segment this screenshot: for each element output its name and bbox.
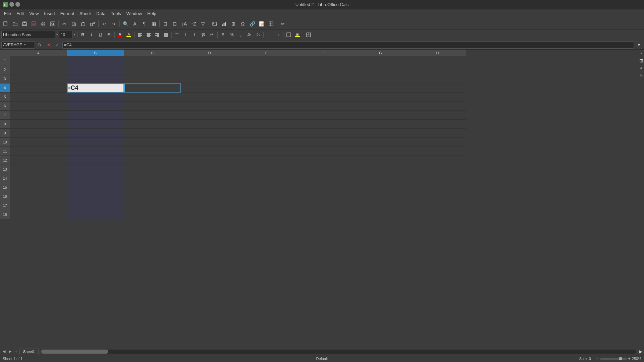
cell-F16[interactable] <box>295 192 352 201</box>
cell-E4[interactable] <box>238 83 295 93</box>
cell-H10[interactable] <box>409 138 466 147</box>
open-button[interactable] <box>11 19 19 28</box>
window-controls[interactable]: C <box>3 2 20 7</box>
zoom-slider[interactable] <box>600 358 627 360</box>
row-num-11[interactable]: 11 <box>0 147 10 156</box>
cell-B12[interactable] <box>67 156 124 165</box>
cell-F4[interactable] <box>295 83 352 93</box>
strikethrough-button[interactable]: S <box>105 31 113 39</box>
scroll-right-button[interactable]: ▶ <box>7 349 13 354</box>
underline-button[interactable]: U <box>96 31 104 39</box>
row-num-12[interactable]: 12 <box>0 156 10 165</box>
cell-B14[interactable] <box>67 174 124 183</box>
cell-C13[interactable] <box>124 165 181 174</box>
horizontal-scrollbar[interactable] <box>41 350 636 354</box>
scroll-left-button[interactable]: ◀ <box>1 349 7 354</box>
row-num-5[interactable]: 5 <box>0 93 10 102</box>
align-middle-button[interactable]: ⊥ <box>182 31 190 39</box>
cell-A5[interactable] <box>10 93 67 102</box>
redo-button[interactable]: ↪ <box>109 19 118 28</box>
menu-format[interactable]: Format <box>58 10 77 17</box>
align-justify-button[interactable] <box>162 31 170 39</box>
cell-H14[interactable] <box>409 174 466 183</box>
font-name-input[interactable]: Liberation Sans <box>1 31 55 39</box>
insert-note-button[interactable]: 📝 <box>257 19 266 28</box>
cell-H8[interactable] <box>409 120 466 129</box>
cell-C15[interactable] <box>124 183 181 192</box>
cell-H12[interactable] <box>409 156 466 165</box>
cell-C11[interactable] <box>124 147 181 156</box>
row-num-8[interactable]: 8 <box>0 120 10 129</box>
row-num-2[interactable]: 2 <box>0 65 10 74</box>
cell-C16[interactable] <box>124 192 181 201</box>
cell-E3[interactable] <box>238 74 295 83</box>
cell-E10[interactable] <box>238 138 295 147</box>
grid-scroll[interactable]: 1234=C456789101112131415161718 <box>0 56 638 348</box>
cell-E6[interactable] <box>238 102 295 111</box>
row-num-16[interactable]: 16 <box>0 192 10 201</box>
menu-edit[interactable]: Edit <box>14 10 26 17</box>
sort-desc-button[interactable]: ↑Z <box>189 19 198 28</box>
cell-F11[interactable] <box>295 147 352 156</box>
cell-G2[interactable] <box>352 65 409 74</box>
menu-help[interactable]: Help <box>145 10 159 17</box>
undo-button[interactable]: ↩ <box>100 19 109 28</box>
cell-A10[interactable] <box>10 138 67 147</box>
cell-E12[interactable] <box>238 156 295 165</box>
cell-A4[interactable] <box>10 83 67 93</box>
font-color-button[interactable]: A <box>116 31 124 39</box>
row-num-10[interactable]: 10 <box>0 138 10 147</box>
cell-F10[interactable] <box>295 138 352 147</box>
cell-G16[interactable] <box>352 192 409 201</box>
cell-H15[interactable] <box>409 183 466 192</box>
cell-D12[interactable] <box>181 156 238 165</box>
cell-C6[interactable] <box>124 102 181 111</box>
cell-C17[interactable] <box>124 201 181 210</box>
align-left-button[interactable] <box>136 31 144 39</box>
insert-table-button[interactable]: ⊞ <box>229 19 238 28</box>
col-header-C[interactable]: C <box>124 50 181 56</box>
row-wrap-button[interactable]: ⊟ <box>170 19 179 28</box>
sort-asc-button[interactable]: ↓A <box>180 19 189 28</box>
cell-A6[interactable] <box>10 102 67 111</box>
italic-button[interactable]: I <box>88 31 96 39</box>
cell-D5[interactable] <box>181 93 238 102</box>
cell-C5[interactable] <box>124 93 181 102</box>
cell-F9[interactable] <box>295 129 352 138</box>
export-pdf-button[interactable]: PDF <box>30 19 38 28</box>
preview-button[interactable] <box>48 19 57 28</box>
cell-D8[interactable] <box>181 120 238 129</box>
cell-G18[interactable] <box>352 210 409 219</box>
col-header-F[interactable]: F <box>295 50 352 56</box>
cell-D16[interactable] <box>181 192 238 201</box>
cell-B17[interactable] <box>67 201 124 210</box>
cell-A3[interactable] <box>10 74 67 83</box>
cell-B10[interactable] <box>67 138 124 147</box>
cell-D1[interactable] <box>181 56 238 65</box>
cell-F6[interactable] <box>295 102 352 111</box>
cell-H9[interactable] <box>409 129 466 138</box>
row-num-1[interactable]: 1 <box>0 56 10 65</box>
indent-less-button[interactable]: ← <box>265 31 273 39</box>
formula-expand-button[interactable]: ▼ <box>635 41 643 49</box>
cell-H3[interactable] <box>409 74 466 83</box>
cell-A12[interactable] <box>10 156 67 165</box>
cell-E2[interactable] <box>238 65 295 74</box>
row-num-4[interactable]: 4 <box>0 83 10 93</box>
cell-B16[interactable] <box>67 192 124 201</box>
sheet1-tab[interactable]: Sheet1 <box>19 349 39 355</box>
cell-H5[interactable] <box>409 93 466 102</box>
menu-insert[interactable]: Insert <box>41 10 58 17</box>
cell-G1[interactable] <box>352 56 409 65</box>
indent-more-button[interactable]: → <box>274 31 282 39</box>
row-num-14[interactable]: 14 <box>0 174 10 183</box>
cell-G10[interactable] <box>352 138 409 147</box>
align-top-button[interactable]: ⊤ <box>173 31 181 39</box>
cell-B8[interactable] <box>67 120 124 129</box>
cell-H2[interactable] <box>409 65 466 74</box>
cell-G7[interactable] <box>352 111 409 120</box>
find-button[interactable]: 🔍 <box>121 19 130 28</box>
panel-properties-icon[interactable]: ⊞ <box>639 58 644 63</box>
cell-D15[interactable] <box>181 183 238 192</box>
drawing-button[interactable]: ✏ <box>278 19 287 28</box>
